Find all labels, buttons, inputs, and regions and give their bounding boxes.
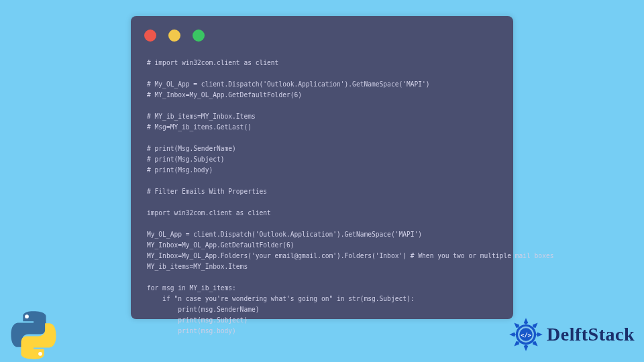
window-controls xyxy=(144,29,205,42)
brand-block: </> DelftStack xyxy=(508,316,635,353)
svg-point-1 xyxy=(38,352,42,356)
close-icon xyxy=(144,29,156,42)
code-block: # import win32com.client as client # My_… xyxy=(147,58,497,337)
code-card: # import win32com.client as client # My_… xyxy=(131,16,513,319)
minimize-icon xyxy=(168,29,180,42)
svg-point-0 xyxy=(25,314,29,318)
python-logo-icon xyxy=(7,308,60,362)
brand-text: DelftStack xyxy=(547,324,635,345)
maximize-icon xyxy=(193,29,205,42)
brand-logo-icon: </> xyxy=(508,316,544,353)
svg-text:</>: </> xyxy=(521,332,531,339)
page-root: # import win32com.client as client # My_… xyxy=(0,0,644,362)
